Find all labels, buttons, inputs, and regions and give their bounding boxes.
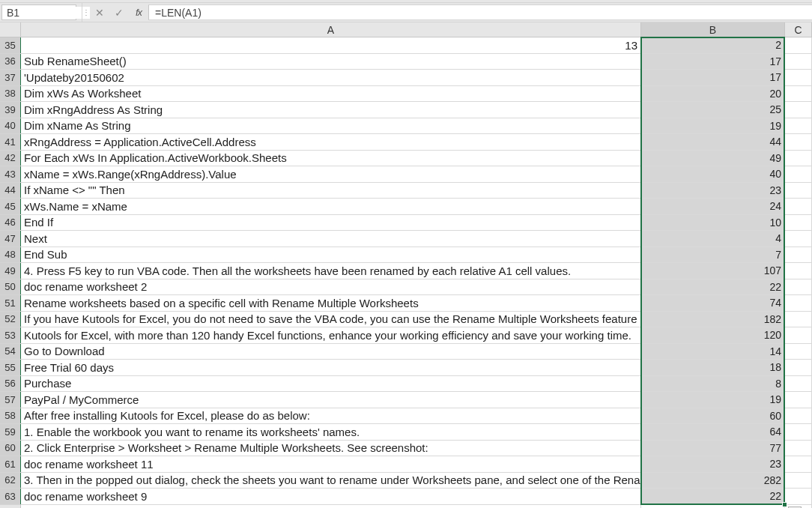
cell-B[interactable]: 2 (641, 37, 785, 54)
cell-B[interactable]: 14 (641, 344, 785, 360)
cell-A[interactable]: 4. Press F5 key to run VBA code. Then al… (21, 263, 641, 279)
row-header[interactable]: 40 (0, 118, 21, 135)
cell-C[interactable] (785, 102, 812, 118)
cell-B[interactable]: 23 (641, 183, 785, 199)
row-header[interactable]: 42 (0, 151, 21, 167)
cell-B[interactable]: 19 (641, 118, 785, 135)
name-box[interactable]: ▼ (1, 4, 76, 20)
cell-B[interactable]: 22 (641, 489, 785, 505)
cell-B[interactable]: 64 (641, 424, 785, 441)
cell-A[interactable]: xName = xWs.Range(xRngAddress).Value (21, 166, 641, 183)
cell-C[interactable] (785, 327, 812, 344)
cell-C[interactable] (785, 312, 812, 328)
cell-B[interactable]: 8 (641, 376, 785, 393)
cancel-icon[interactable]: ✕ (90, 3, 109, 22)
formula-input[interactable]: =LEN(A1) (148, 4, 812, 20)
row-header[interactable]: 57 (0, 392, 21, 408)
row-header[interactable]: 51 (0, 295, 21, 312)
row-header[interactable]: 60 (0, 441, 21, 457)
cell-C[interactable] (785, 263, 812, 279)
column-header-B[interactable]: B (641, 22, 785, 37)
row-header[interactable]: 49 (0, 263, 21, 279)
cell-C[interactable] (785, 424, 812, 441)
cell-B[interactable] (641, 505, 785, 509)
cell-B[interactable]: 17 (641, 70, 785, 86)
cell-A[interactable]: Kutools for Excel, with more than 120 ha… (21, 327, 641, 344)
cell-C[interactable] (785, 392, 812, 408)
cell-B[interactable]: 40 (641, 166, 785, 183)
cell-A[interactable]: Dim xName As String (21, 118, 641, 135)
cell-C[interactable] (785, 279, 812, 296)
cell-A[interactable]: Purchase (21, 376, 641, 393)
row-header[interactable]: 52 (0, 312, 21, 328)
row-header[interactable]: 38 (0, 86, 21, 103)
cell-C[interactable] (785, 295, 812, 312)
cell-C[interactable] (785, 54, 812, 70)
cell-C[interactable] (785, 473, 812, 489)
row-header[interactable]: 46 (0, 215, 21, 232)
cell-B[interactable]: 74 (641, 295, 785, 312)
row-header[interactable]: 63 (0, 489, 21, 505)
cell-B[interactable]: 20 (641, 86, 785, 103)
cell-A[interactable]: xWs.Name = xName (21, 199, 641, 215)
cell-B[interactable]: 25 (641, 102, 785, 118)
row-header[interactable]: 53 (0, 327, 21, 344)
cell-A[interactable]: doc rename worksheet 2 (21, 279, 641, 296)
column-header-C[interactable]: C (785, 22, 812, 37)
row-header[interactable]: 61 (0, 456, 21, 473)
cell-B[interactable]: 182 (641, 312, 785, 328)
row-header[interactable]: 48 (0, 247, 21, 264)
cell-B[interactable]: 23 (641, 456, 785, 473)
row-header[interactable]: 35 (0, 37, 21, 54)
cell-A[interactable]: 1. Enable the workbook you want to renam… (21, 424, 641, 441)
cell-A[interactable]: 13 (21, 37, 641, 54)
row-header[interactable]: 59 (0, 424, 21, 441)
cell-C[interactable] (785, 456, 812, 473)
cell-A[interactable]: Free Trial 60 days (21, 360, 641, 376)
row-header[interactable]: 62 (0, 473, 21, 489)
fill-handle[interactable] (782, 502, 787, 507)
cell-C[interactable] (785, 70, 812, 86)
row-header[interactable]: 45 (0, 199, 21, 215)
cell-B[interactable]: 49 (641, 151, 785, 167)
cell-B[interactable]: 77 (641, 441, 785, 457)
cell-B[interactable]: 44 (641, 134, 785, 151)
cell-A[interactable]: Rename worksheets based on a specific ce… (21, 295, 641, 312)
row-header[interactable]: 43 (0, 166, 21, 183)
cell-A[interactable]: Dim xRngAddress As String (21, 102, 641, 118)
cell-C[interactable] (785, 166, 812, 183)
cell-A[interactable]: If xName <> "" Then (21, 183, 641, 199)
drag-handle-icon[interactable]: ⋮ (82, 3, 90, 22)
row-header[interactable]: 41 (0, 134, 21, 151)
row-header[interactable]: 64 (0, 505, 21, 509)
cell-B[interactable]: 22 (641, 279, 785, 296)
row-header[interactable]: 44 (0, 183, 21, 199)
cell-C[interactable] (785, 408, 812, 425)
row-header[interactable]: 50 (0, 279, 21, 296)
row-header[interactable]: 58 (0, 408, 21, 425)
cell-A[interactable]: doc rename worksheet 11 (21, 456, 641, 473)
cell-C[interactable] (785, 134, 812, 151)
row-header[interactable]: 37 (0, 70, 21, 86)
cell-A[interactable]: 3. Then in the popped out dialog, check … (21, 473, 641, 489)
row-header[interactable]: 47 (0, 231, 21, 247)
cell-A[interactable]: Sub RenameSheet() (21, 54, 641, 70)
cell-A[interactable]: After free installing Kutools for Excel,… (21, 408, 641, 425)
cell-C[interactable] (785, 215, 812, 232)
cell-B[interactable]: 107 (641, 263, 785, 279)
cell-A[interactable]: If you have Kutools for Excel, you do no… (21, 312, 641, 328)
cell-A[interactable]: 2. Click Enterprise > Worksheet > Rename… (21, 441, 641, 457)
cell-A[interactable]: 'Updateby20150602 (21, 70, 641, 86)
row-header[interactable]: 36 (0, 54, 21, 70)
cell-A[interactable]: PayPal / MyCommerce (21, 392, 641, 408)
cell-A[interactable]: End If (21, 215, 641, 232)
cell-C[interactable] (785, 441, 812, 457)
cell-C[interactable] (785, 344, 812, 360)
cell-B[interactable]: 19 (641, 392, 785, 408)
cell-A[interactable]: Go to Download (21, 344, 641, 360)
row-header[interactable]: 56 (0, 376, 21, 393)
select-all-corner[interactable] (0, 22, 21, 37)
cell-B[interactable]: 10 (641, 215, 785, 232)
cell-C[interactable] (785, 118, 812, 135)
cell-C[interactable] (785, 376, 812, 393)
